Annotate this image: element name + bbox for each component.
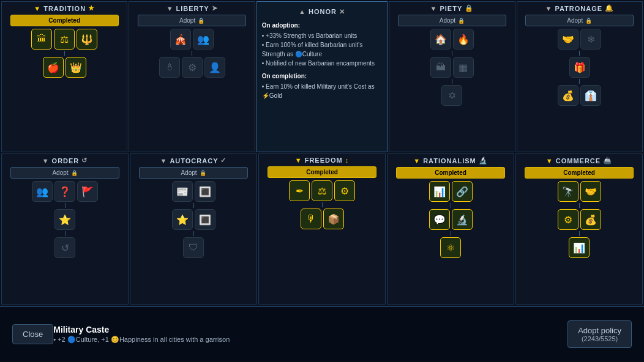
adoption-section: On adoption: +33% Strength vs Barbarian …	[262, 21, 382, 68]
piety-title: PIETY	[440, 5, 462, 12]
tradition-icon-shield[interactable]: 🔱	[77, 29, 97, 50]
rationalism-icon-network[interactable]: 🔗	[452, 181, 473, 202]
piety-icon-fire[interactable]: 🔥	[453, 29, 474, 50]
patronage-adopt-btn[interactable]: Adopt 🔒	[525, 15, 634, 26]
freedom-icon-gear[interactable]: ⚙	[334, 180, 355, 201]
order-row3: ↺	[54, 237, 75, 258]
completion-item-1: Earn 10% of killed Military unit's Cost …	[262, 82, 382, 100]
piety-icon-star[interactable]: ✡	[441, 85, 462, 106]
rationalism-icon-chart[interactable]: 📊	[429, 181, 450, 202]
honor-title: HONOR	[309, 7, 337, 17]
order-row2: ⭐	[54, 209, 75, 230]
piety-icon-grid[interactable]: ▦	[453, 57, 474, 78]
autocracy-icon-newspaper[interactable]: 📰	[172, 181, 193, 202]
order-icon-flag[interactable]: 🚩	[77, 181, 98, 202]
patronage-icon-coin[interactable]: 💰	[558, 85, 578, 106]
commerce-icon-telescope[interactable]: 🔭	[558, 181, 578, 202]
tree-rationalism: ▼ RATIONALISM 🔬 Completed 📊 🔗 💬 🔬 ⚛	[387, 153, 514, 305]
completion-section: On completion: Earn 10% of killed Milita…	[262, 72, 382, 100]
freedom-icon-scale[interactable]: ⚖	[312, 180, 332, 201]
autocracy-title: AUTOCRACY	[170, 157, 218, 164]
liberty-icon-people[interactable]: 👥	[193, 29, 214, 50]
order-recycle: ↺	[81, 157, 88, 164]
tradition-title: TRADITION	[43, 5, 86, 12]
piety-connector2	[452, 79, 452, 84]
patronage-connector	[579, 51, 580, 56]
tree-tradition: ▼ TRADITION ★ Completed 🏛 ⚖ 🔱 🍎 👑	[1, 1, 127, 152]
adoption-title: On adoption:	[262, 21, 382, 30]
patronage-icon-suit[interactable]: 👔	[580, 85, 601, 106]
piety-row3: ✡	[441, 85, 462, 106]
commerce-connector2	[579, 231, 580, 236]
autocracy-row3: 🛡	[183, 237, 204, 258]
completion-list: Earn 10% of killed Military unit's Cost …	[262, 82, 382, 100]
freedom-icon-box[interactable]: 📦	[323, 209, 344, 229]
rationalism-icon-speech[interactable]: 💬	[429, 209, 450, 230]
autocracy-icon-star[interactable]: ⭐	[172, 209, 193, 230]
rationalism-body: 📊 🔗 💬 🔬 ⚛	[390, 181, 511, 258]
autocracy-icon-shield[interactable]: 🛡	[183, 237, 204, 258]
patronage-icon-handshake[interactable]: 🤝	[558, 29, 578, 50]
liberty-star: ➤	[212, 4, 218, 12]
commerce-icon-piechart[interactable]: 📊	[569, 237, 590, 258]
tree-liberty: ▼ LIBERTY ➤ Adopt 🔒 🎪 👥 🕯 ⚙ 👤	[129, 1, 255, 152]
order-body: 👥 ❓ 🚩 ⭐ ↺	[4, 181, 125, 258]
patronage-icon-gift[interactable]: 🎁	[569, 57, 590, 78]
liberty-icon-torch[interactable]: 🕯	[159, 57, 180, 78]
adopt-policy-cost: (2243/5525)	[578, 335, 621, 342]
liberty-row2: 🕯 ⚙ 👤	[159, 57, 225, 78]
tradition-body: 🏛 ⚖ 🔱 🍎 👑	[4, 29, 124, 78]
tradition-icon-apple[interactable]: 🍎	[43, 57, 64, 78]
rationalism-connector2	[451, 231, 451, 236]
order-icon-info[interactable]: ❓	[54, 181, 75, 202]
commerce-icon-gear[interactable]: ⚙	[558, 209, 578, 230]
freedom-status[interactable]: Completed	[268, 166, 376, 178]
honor-x: ✕	[339, 7, 345, 17]
liberty-icon-person[interactable]: 👤	[204, 57, 225, 78]
honor-header: ▲ HONOR ✕	[262, 7, 382, 17]
autocracy-icon-block[interactable]: 🔳	[195, 181, 215, 202]
rationalism-icon-atom[interactable]: ⚛	[440, 237, 461, 258]
patronage-icon-snowflake[interactable]: ❄	[580, 29, 601, 50]
adoption-item-1: +33% Strength vs Barbarian units	[262, 31, 382, 40]
rationalism-connector	[451, 203, 451, 208]
autocracy-arrow: ▼	[160, 157, 168, 164]
bottom-bar: Close Military Caste • +2 🔵Culture, +1 😊…	[0, 306, 644, 361]
autocracy-lock-icon: 🔒	[200, 170, 206, 176]
tradition-status[interactable]: Completed	[10, 15, 119, 26]
commerce-icon-handshake[interactable]: 🤝	[580, 181, 601, 202]
order-adopt-btn[interactable]: Adopt 🔒	[10, 167, 119, 179]
order-icon-recycle[interactable]: ↺	[54, 237, 75, 258]
order-icon-star[interactable]: ⭐	[54, 209, 75, 230]
tradition-icon-monument[interactable]: 🏛	[31, 29, 52, 50]
adoption-list: +33% Strength vs Barbarian units Earn 10…	[262, 31, 382, 68]
close-button[interactable]: Close	[12, 324, 53, 344]
piety-lock-icon: 🔒	[458, 18, 465, 24]
liberty-icon-arch[interactable]: 🎪	[170, 29, 191, 50]
adopt-policy-button[interactable]: Adopt policy (2243/5525)	[567, 320, 632, 348]
piety-icon-temple[interactable]: 🏠	[430, 29, 451, 50]
tree-patronage: ▼ PATRONAGE 🔔 Adopt 🔒 🤝 ❄ 🎁 💰	[517, 1, 643, 152]
freedom-icon-mic[interactable]: 🎙	[301, 209, 321, 229]
policy-info: Military Caste • +2 🔵Culture, +1 😊Happin…	[53, 325, 230, 344]
liberty-icon-gear[interactable]: ⚙	[182, 57, 203, 78]
patronage-arrow: ▼	[545, 5, 553, 12]
piety-lock: 🔒	[465, 4, 474, 12]
autocracy-adopt-btn[interactable]: Adopt 🔒	[139, 167, 248, 179]
tradition-icon-crown[interactable]: 👑	[66, 57, 86, 78]
order-icon-worker[interactable]: 👥	[32, 181, 53, 202]
autocracy-icon-block2[interactable]: 🔳	[195, 209, 215, 230]
commerce-status[interactable]: Completed	[525, 167, 634, 179]
autocracy-check: ✓	[220, 157, 227, 164]
adoption-item-3: Notified of new Barbarian encampments	[262, 59, 382, 68]
commerce-row3: 📊	[569, 237, 590, 258]
piety-icon-mountain[interactable]: 🏔	[430, 57, 451, 78]
rationalism-icon-flask[interactable]: 🔬	[452, 209, 473, 230]
tradition-connector1	[64, 51, 65, 56]
freedom-icon-pen[interactable]: ✒	[289, 180, 310, 201]
liberty-adopt-btn[interactable]: Adopt 🔒	[138, 15, 246, 26]
piety-adopt-btn[interactable]: Adopt 🔒	[398, 15, 506, 26]
commerce-icon-coin[interactable]: 💰	[580, 209, 601, 230]
tradition-icon-scale[interactable]: ⚖	[54, 29, 75, 50]
rationalism-status[interactable]: Completed	[396, 167, 505, 179]
